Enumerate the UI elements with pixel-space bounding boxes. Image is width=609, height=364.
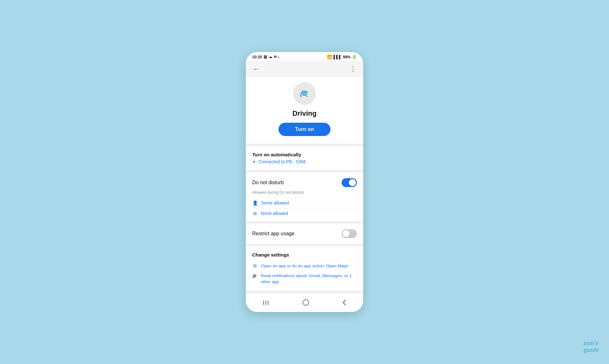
dnd-toggle[interactable] [342, 178, 357, 187]
svg-point-1 [307, 94, 308, 96]
bluetooth-text: Connected to PB - 5306 [259, 159, 306, 164]
cloud-icon: ☁ [269, 55, 272, 59]
mode-title: Driving [292, 109, 317, 118]
read-notifications-row[interactable]: 🔊 Read notifications aloud: Gmail, Messa… [252, 271, 357, 287]
nav-back-button[interactable] [337, 298, 352, 309]
battery-percent: 98% [343, 55, 350, 59]
back-chevron-icon [342, 299, 347, 306]
people-icon: 👤 [252, 200, 258, 205]
bluetooth-icon: ✦ [252, 159, 256, 164]
open-app-text: Open an app or do an app action: Open Ma… [261, 263, 348, 269]
car-icon-circle [293, 82, 316, 105]
restrict-row: Restrict app usage [252, 229, 357, 238]
hero-section: Driving Turn on [246, 77, 363, 144]
nav-menu-button[interactable] [257, 298, 275, 308]
more-options-button[interactable]: ⋮ [349, 64, 357, 74]
status-left: 10:28 🖼 ☁ ✉ • [252, 55, 279, 59]
car-icon [298, 87, 311, 100]
dnd-row: Do not disturb [252, 178, 357, 187]
status-right: 📶 ▌▌▌ 98% 🔋 [327, 55, 357, 59]
signal-icon: ▌▌▌ [333, 55, 342, 59]
open-app-row[interactable]: ⊞ Open an app or do an app action: Open … [252, 261, 357, 271]
home-circle-icon [302, 299, 309, 306]
read-notif-icon: 🔊 [252, 273, 258, 278]
turn-on-auto-title: Turn on automatically [252, 152, 357, 157]
restrict-label: Restrict app usage [252, 231, 294, 237]
none-allowed-text: None allowed [261, 211, 288, 216]
svg-rect-5 [268, 301, 268, 305]
watermark-line2: guide [584, 347, 599, 354]
photo-icon: 🖼 [264, 55, 267, 59]
some-allowed-text: Some allowed [261, 200, 289, 205]
some-allowed-row[interactable]: 👤 Some allowed [252, 198, 357, 208]
svg-point-0 [301, 94, 302, 96]
svg-point-6 [303, 300, 309, 305]
time-display: 10:28 [252, 55, 262, 59]
restrict-app-usage-section: Restrict app usage [246, 224, 363, 244]
back-button[interactable]: ← [252, 64, 260, 74]
change-settings-title: Change settings [252, 252, 357, 257]
none-allowed-row[interactable]: ⊞ None allowed [252, 208, 357, 218]
bottom-nav [246, 293, 363, 312]
top-bar: ← ⋮ [246, 61, 363, 77]
menu-lines-icon [262, 300, 269, 305]
wifi-icon: 📶 [327, 55, 332, 59]
allowed-during-label: Allowed during Do not disturb [252, 190, 357, 195]
watermark-line1: tom's [584, 340, 599, 347]
dot-indicator: • [278, 55, 279, 59]
svg-rect-4 [265, 301, 266, 305]
svg-rect-2 [302, 93, 307, 94]
battery-icon: 🔋 [352, 55, 357, 59]
watermark: tom's guide [584, 340, 599, 354]
read-notifications-text: Read notifications aloud: Gmail, Message… [261, 273, 357, 285]
bluetooth-row[interactable]: ✦ Connected to PB - 5306 [252, 159, 357, 164]
turn-on-automatically-section: Turn on automatically ✦ Connected to PB … [246, 146, 363, 170]
turn-on-button[interactable]: Turn on [278, 123, 331, 136]
nav-home-button[interactable] [297, 298, 315, 309]
dnd-label: Do not disturb [252, 180, 284, 185]
mail-icon: ✉ [274, 55, 277, 59]
svg-rect-3 [263, 301, 264, 305]
phone-frame: 10:28 🖼 ☁ ✉ • 📶 ▌▌▌ 98% 🔋 ← ⋮ [246, 52, 363, 312]
status-bar: 10:28 🖼 ☁ ✉ • 📶 ▌▌▌ 98% 🔋 [246, 52, 363, 61]
apps-icon: ⊞ [252, 211, 258, 216]
change-settings-section: Change settings ⊞ Open an app or do an a… [246, 246, 363, 290]
open-app-icon: ⊞ [252, 263, 258, 268]
restrict-toggle[interactable] [342, 229, 357, 238]
dnd-section: Do not disturb Allowed during Do not dis… [246, 172, 363, 221]
